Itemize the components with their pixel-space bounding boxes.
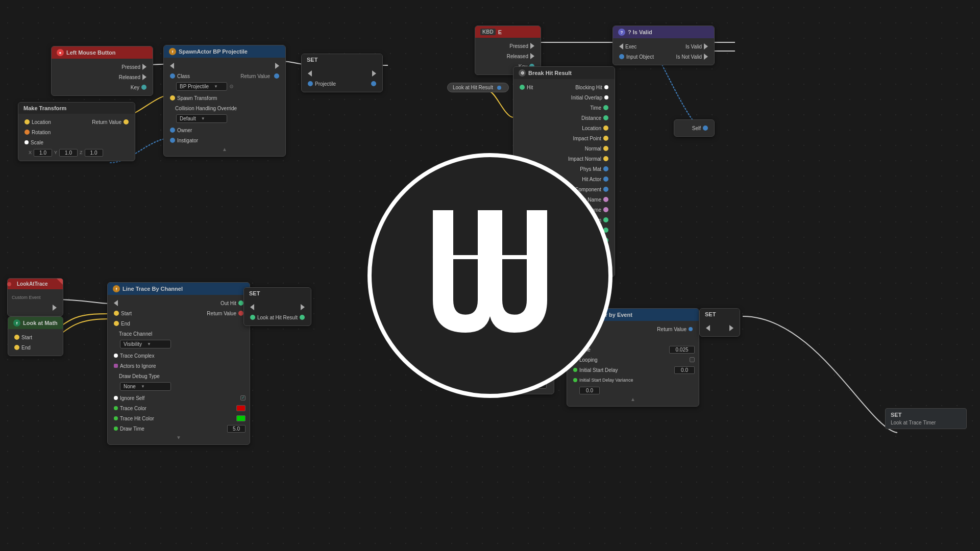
scale-z-input[interactable]: 1.0 <box>85 149 103 157</box>
is-valid-out-pin[interactable] <box>704 43 708 49</box>
exec-out[interactable] <box>729 325 733 331</box>
face-index-pin[interactable] <box>603 238 608 243</box>
object-pin[interactable] <box>479 361 484 366</box>
exec-in[interactable] <box>573 326 577 332</box>
collision-dropdown[interactable]: Default ▼ <box>176 114 227 123</box>
exec-out-pin[interactable] <box>372 70 376 77</box>
exec-out-pin[interactable] <box>53 305 57 311</box>
hit-actor-pin[interactable] <box>603 177 608 182</box>
collapse-arrow[interactable]: ▲ <box>567 395 699 403</box>
delay-variance-input[interactable]: 0.0 <box>579 387 600 394</box>
trace-channel-dropdown[interactable]: Visibility ▼ <box>120 340 171 348</box>
trace-color-pin[interactable] <box>114 406 118 410</box>
hit-item-pin[interactable] <box>603 217 608 222</box>
distance-pin[interactable] <box>603 115 608 120</box>
time-input[interactable]: 0.025 <box>669 346 695 354</box>
return-pin[interactable] <box>124 119 129 124</box>
trace-end-pin[interactable] <box>603 258 608 263</box>
trace-color-swatch[interactable] <box>236 405 246 411</box>
location-pin[interactable] <box>24 119 30 124</box>
looping-pin[interactable] <box>573 358 577 362</box>
scale-pin[interactable] <box>24 140 29 144</box>
out-hit-pin[interactable] <box>238 300 243 306</box>
blocking-hit-pin[interactable] <box>604 85 608 89</box>
proj-pin[interactable] <box>308 81 313 86</box>
time-pin[interactable] <box>573 347 577 352</box>
exec-in[interactable] <box>250 304 254 310</box>
ignore-self-checkbox[interactable] <box>240 395 246 400</box>
instigator-pin[interactable] <box>170 138 175 143</box>
trace-hit-swatch[interactable] <box>236 415 246 421</box>
event-pin[interactable] <box>573 337 578 342</box>
ignore-self-pin[interactable] <box>114 396 118 400</box>
start-pin[interactable] <box>14 335 19 340</box>
trace-start-pin[interactable] <box>603 248 608 253</box>
return-pin[interactable] <box>689 327 693 331</box>
element-index-pin[interactable] <box>603 228 608 233</box>
initial-delay-pin[interactable] <box>573 368 577 372</box>
look-at-hit-in-pin[interactable] <box>250 315 255 320</box>
is-not-valid-pin[interactable] <box>704 54 708 60</box>
look-at-hit-out-pin[interactable] <box>300 315 305 320</box>
end-pin[interactable] <box>114 321 119 326</box>
scale-x-input[interactable]: 1.0 <box>34 149 52 157</box>
initial-overlap-pin[interactable] <box>604 95 608 99</box>
return-pin[interactable] <box>274 73 279 79</box>
exec-out-pin[interactable] <box>275 63 279 69</box>
key-pin[interactable] <box>141 85 146 90</box>
draw-time-pin[interactable] <box>114 427 118 431</box>
exec-in-pin[interactable] <box>170 63 174 69</box>
look-at-hit-pin[interactable] <box>497 86 501 90</box>
hit-bone-name-pin[interactable] <box>603 197 608 202</box>
impact-normal-pin[interactable] <box>603 156 608 161</box>
blueprint-canvas[interactable]: ● Left Mouse Button Pressed Released Key… <box>0 0 980 551</box>
look-at-hit-result-button[interactable]: Look at Hit Result <box>447 83 509 92</box>
phys-mat-pin[interactable] <box>603 166 608 171</box>
hit-actor-label: Hit Actor <box>518 177 601 182</box>
initial-delay-input[interactable]: 0.0 <box>674 366 695 374</box>
signature-dropdown[interactable]: LookAtTrace() ▼ <box>485 380 547 389</box>
trace-color-label: Trace Color <box>120 406 236 411</box>
exec-out[interactable] <box>301 304 305 310</box>
collapse-arrow[interactable]: ▲ <box>513 266 615 273</box>
class-dropdown[interactable]: BP Projectile ▼ <box>176 82 227 91</box>
bone-name-pin[interactable] <box>603 207 608 212</box>
collapse-arrow[interactable]: ▲ <box>164 145 285 153</box>
class-pin[interactable] <box>170 73 175 79</box>
exec-out[interactable] <box>544 325 548 331</box>
draw-time-input[interactable]: 5.0 <box>227 425 246 433</box>
hit-pin[interactable] <box>520 85 525 90</box>
scale-y-input[interactable]: 1.0 <box>59 149 78 157</box>
self-pin[interactable] <box>703 126 708 131</box>
trace-channel-label: Trace Channel <box>112 331 246 337</box>
input-pin[interactable] <box>619 54 624 59</box>
draw-debug-dropdown[interactable]: None ▼ <box>120 382 171 391</box>
exec-in[interactable] <box>114 300 118 306</box>
exec-in[interactable] <box>706 325 710 331</box>
owner-pin[interactable] <box>170 128 175 133</box>
event-out-pin[interactable] <box>543 361 548 366</box>
pressed-pin[interactable] <box>142 64 146 70</box>
collapse-arrow[interactable]: ▼ <box>108 434 250 441</box>
pressed-pin[interactable] <box>530 43 534 49</box>
trace-complex-pin[interactable] <box>114 354 118 358</box>
trace-hit-pin[interactable] <box>114 416 118 420</box>
end-pin[interactable] <box>14 345 19 350</box>
location-pin[interactable] <box>603 126 608 131</box>
actors-pin[interactable] <box>114 364 118 368</box>
looping-checkbox[interactable] <box>690 357 695 362</box>
released-pin[interactable] <box>530 53 534 59</box>
spawn-transform-pin[interactable] <box>170 95 175 101</box>
return-pin[interactable] <box>238 311 243 316</box>
rotation-pin[interactable] <box>24 130 30 135</box>
impact-point-pin[interactable] <box>603 136 608 141</box>
released-pin[interactable] <box>142 74 146 80</box>
exec-in-pin[interactable] <box>308 70 312 77</box>
start-pin[interactable] <box>114 311 119 316</box>
hit-component-pin[interactable] <box>603 187 608 192</box>
delay-variance-pin[interactable] <box>573 378 577 382</box>
time-pin[interactable] <box>603 105 608 110</box>
exec-pin[interactable] <box>619 43 623 49</box>
return-pin[interactable] <box>371 81 376 86</box>
normal-pin[interactable] <box>603 146 608 151</box>
